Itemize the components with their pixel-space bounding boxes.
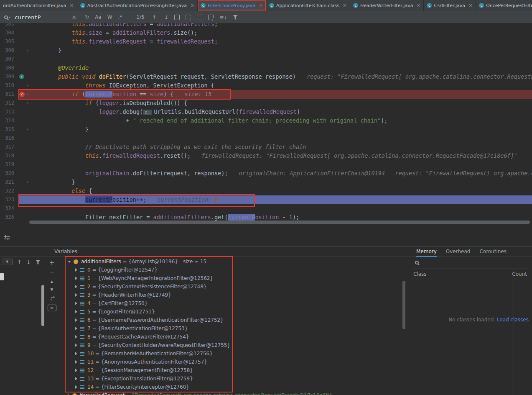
variable-row[interactable]: 6 = {UsernamePasswordAuthenticationFilte… [59, 316, 403, 324]
fold-marker-icon[interactable]: ▾ [27, 90, 29, 99]
code-line[interactable]: 322 else { [0, 187, 532, 195]
frames-dropdown-button[interactable]: ▼ [2, 259, 13, 265]
chevron-right-icon[interactable] [75, 344, 77, 347]
chevron-right-icon[interactable] [75, 268, 77, 272]
prev-match-icon[interactable]: ↑ [152, 14, 157, 21]
fold-marker-icon[interactable]: ▾ [27, 81, 29, 90]
load-classes-link[interactable]: Load classes [497, 317, 529, 323]
code-line[interactable]: 313 logger.debug(o:UrlUtils.buildRequest… [0, 108, 532, 116]
show-watches-button[interactable]: ∞ [48, 305, 56, 311]
words-toggle[interactable]: W [107, 14, 112, 20]
code-line[interactable]: 317 // Deactivate path stripping as we e… [0, 143, 532, 151]
move-up-button[interactable]: ▲ [51, 280, 53, 284]
editor-tab[interactable]: cFilterChainProxy.java× [198, 0, 266, 11]
chevron-right-icon[interactable] [75, 327, 77, 330]
chevron-down-icon[interactable] [68, 261, 71, 263]
variables-tree[interactable]: additionalFilters = {ArrayList@10196}siz… [59, 257, 403, 395]
add-occurrence-icon[interactable]: + [186, 15, 191, 20]
variable-row[interactable]: 4 = {CsrfFilter@12750} [59, 299, 403, 308]
fold-marker-icon[interactable]: ▾ [27, 99, 29, 108]
regex-toggle[interactable]: .* [118, 14, 122, 20]
code-line[interactable]: 315▾ } [0, 125, 532, 134]
search-icon[interactable] [4, 15, 8, 19]
select-all-occurrences-icon[interactable]: − [197, 15, 202, 20]
code-line[interactable]: 305 this.firewalledRequest = firewalledR… [0, 37, 532, 46]
code-line[interactable]: 320 originalChain.doFilter(request, resp… [0, 169, 532, 178]
search-input[interactable]: currentP [15, 14, 69, 21]
variable-row[interactable]: additionalFilters = {ArrayList@10196}siz… [59, 257, 403, 266]
variable-row[interactable]: 2 = {SecurityContextPersistenceFilter@12… [59, 282, 403, 291]
scrollbar-thumb[interactable] [0, 273, 4, 280]
preserve-case-icon[interactable]: ＋ [208, 15, 214, 20]
variable-row[interactable]: 12 = {SessionManagementFilter@12758} [59, 366, 403, 374]
next-match-icon[interactable]: ↓ [164, 14, 169, 21]
editor-tab[interactable]: cOncePerRequestFilter.java [476, 0, 532, 11]
fold-marker-icon[interactable]: ▾ [27, 125, 29, 134]
code-line[interactable]: 314 + " reached end of additional filter… [0, 116, 532, 125]
variable-row[interactable]: 7 = {BasicAuthenticationFilter@12753} [59, 324, 403, 333]
chevron-right-icon[interactable] [75, 335, 77, 339]
code-line[interactable]: 311✓▾ if (currentPosition == size) {size… [0, 90, 532, 99]
editor-tab[interactable]: cCsrfFilter.java× [424, 0, 476, 11]
chevron-right-icon[interactable] [75, 385, 77, 389]
clear-search-icon[interactable]: × [69, 14, 79, 21]
chevron-right-icon[interactable] [75, 310, 77, 313]
frames-scrollbar[interactable] [41, 285, 44, 326]
column-header-count[interactable]: Count [512, 271, 528, 277]
variable-row[interactable]: 3 = {HeaderWriterFilter@12749} [59, 291, 403, 299]
search-options-icon[interactable]: ≡↓ [219, 14, 227, 20]
chevron-right-icon[interactable] [75, 302, 77, 305]
editor-tab[interactable]: cAbstractAuthenticationProcessingFilter.… [77, 0, 198, 11]
down-arrow-button[interactable]: ↓ [26, 259, 31, 265]
tab-close-icon[interactable]: × [343, 3, 347, 8]
filter-results-icon[interactable] [233, 15, 238, 20]
editor-tab[interactable]: cHeaderWriterFilter.java× [350, 0, 424, 11]
variable-row[interactable]: firewalledRequest = "FirewalledRequest[ … [59, 391, 403, 395]
up-arrow-button[interactable]: ↑ [17, 259, 22, 265]
code-line[interactable]: 321▾ } [0, 178, 532, 187]
settings-sliders-icon[interactable] [3, 234, 13, 243]
chevron-right-icon[interactable] [75, 377, 77, 380]
editor-tab[interactable]: ordAuthenticationFilter.java× [0, 0, 77, 11]
code-line[interactable]: 309↑ public void doFilter(ServletRequest… [0, 72, 532, 81]
chevron-right-icon[interactable] [75, 293, 77, 297]
code-line[interactable]: 324 [0, 204, 532, 213]
tab-overhead[interactable]: Overhead [446, 249, 471, 254]
find-in-selection-icon[interactable] [174, 15, 180, 20]
chevron-right-icon[interactable] [75, 318, 77, 322]
chevron-right-icon[interactable] [75, 369, 77, 372]
code-line[interactable]: 323 currentPosition++;currentPosition: 0 [0, 195, 532, 204]
fold-marker-icon[interactable]: ▾ [27, 46, 29, 55]
chevron-right-icon[interactable] [75, 360, 77, 364]
filter-frames-button[interactable] [36, 260, 41, 264]
variable-row[interactable]: 13 = {ExceptionTranslationFilter@12759} [59, 374, 403, 383]
code-line[interactable]: 306▾ } [0, 46, 532, 55]
breakpoint-verified-icon[interactable]: ✓ [19, 92, 25, 97]
override-method-icon[interactable]: ↑ [19, 74, 24, 79]
tab-close-icon[interactable]: × [70, 3, 74, 8]
variable-row[interactable]: 14 = {FilterSecurityInterceptor@12760} [59, 383, 403, 391]
code-line[interactable]: 304 this.size = additionalFilters.size()… [0, 28, 532, 37]
code-line[interactable]: 310▾ throws IOException, ServletExceptio… [0, 81, 532, 90]
code-line[interactable]: 307 [0, 55, 532, 64]
variables-scrollbar[interactable] [402, 281, 405, 329]
match-case-toggle[interactable]: Aa [95, 14, 102, 20]
move-down-button[interactable]: ▼ [51, 288, 53, 292]
tab-close-icon[interactable]: × [416, 3, 420, 8]
code-line[interactable]: 308 @Override [0, 64, 532, 72]
code-line[interactable]: 318 this.firewalledRequest.reset();firew… [0, 151, 532, 160]
duplicate-watch-button[interactable] [50, 296, 54, 300]
tab-close-icon[interactable]: × [468, 3, 473, 8]
code-editor[interactable]: 303 this.additionalFilters = additionalF… [0, 23, 532, 226]
variable-row[interactable]: 5 = {LogoutFilter@12751} [59, 308, 403, 316]
tab-close-icon[interactable]: × [259, 3, 263, 8]
search-mode-caret-icon[interactable]: ▾ [9, 15, 10, 19]
chevron-right-icon[interactable] [75, 277, 77, 280]
fold-marker-icon[interactable]: ▾ [27, 178, 29, 187]
code-line[interactable]: 303 this.additionalFilters = additionalF… [0, 23, 532, 28]
code-line[interactable]: 319 [0, 160, 532, 169]
chevron-right-icon[interactable] [75, 352, 77, 355]
variable-row[interactable]: 10 = {RememberMeAuthenticationFilter@127… [59, 349, 403, 358]
variable-row[interactable]: 11 = {AnonymousAuthenticationFilter@1275… [59, 358, 403, 366]
tab-close-icon[interactable]: × [190, 3, 194, 8]
